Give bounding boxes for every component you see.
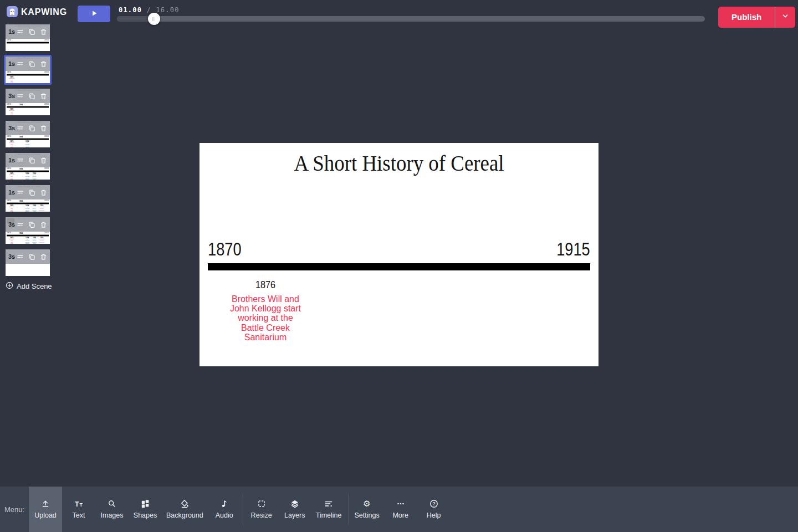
trash-icon[interactable]: [40, 189, 47, 196]
toolbar-item-label: Background: [166, 511, 203, 519]
duplicate-icon[interactable]: [28, 28, 35, 35]
trash-icon[interactable]: [40, 60, 47, 68]
svg-text:T: T: [75, 500, 79, 508]
publish-split-button: Publish: [718, 7, 795, 28]
play-icon: [91, 9, 98, 19]
toolbar-item-audio[interactable]: Audio: [208, 487, 241, 532]
canvas-slide[interactable]: A Short History of Cereal 1870 1915 1876…: [200, 143, 598, 366]
scene-thumbnail[interactable]: A Short History of Cereal 18701915 1876 …: [6, 185, 50, 212]
scene-thumbnail[interactable]: A Short History of Cereal 18701915 1876 …: [6, 121, 50, 147]
toolbar-item-label: Timeline: [316, 511, 342, 519]
scene-toolbar: 3s: [6, 217, 50, 232]
svg-text:T: T: [79, 502, 83, 508]
scene-toolbar: 1s: [6, 57, 50, 71]
duplicate-icon[interactable]: [28, 60, 35, 68]
chevron-down-icon: [781, 12, 789, 22]
timeline-year-end[interactable]: 1915: [556, 238, 590, 260]
scene-thumbnail[interactable]: A Short History of Cereal 18701915 1s: [6, 24, 50, 51]
trash-icon[interactable]: [40, 28, 47, 35]
total-time: 16.00: [156, 6, 179, 14]
event-text[interactable]: Brothers Will and John Kellogg start wor…: [219, 294, 311, 342]
timeline-bar[interactable]: [208, 263, 590, 270]
scene-toolbar: 3s: [6, 249, 50, 264]
trash-icon[interactable]: [40, 221, 47, 228]
toolbar-item-settings[interactable]: ⚙ Settings: [350, 487, 384, 532]
scene-thumbnail[interactable]: A Short History of Cereal 18701915 1876 …: [6, 57, 50, 83]
scene-thumbnail[interactable]: A Short History of Cereal 18701915 1876 …: [6, 89, 50, 115]
scene-toolbar: 1s: [6, 24, 50, 39]
toolbar-item-more[interactable]: More: [384, 487, 417, 532]
seek-bar[interactable]: [117, 16, 705, 22]
scene-lines-icon[interactable]: [17, 221, 24, 228]
trash-icon[interactable]: [40, 93, 47, 100]
publish-button[interactable]: Publish: [718, 7, 775, 28]
magnifier-icon: [108, 499, 116, 508]
duplicate-icon[interactable]: [28, 189, 35, 196]
toolbar-item-label: Help: [427, 511, 441, 519]
shapes-icon: [141, 499, 150, 508]
toolbar-item-label: More: [392, 511, 408, 519]
toolbar-item-images[interactable]: Images: [95, 487, 129, 532]
add-scene-label: Add Scene: [17, 282, 52, 290]
toolbar-item-upload[interactable]: Upload: [29, 487, 62, 532]
event-year-label[interactable]: 1876: [230, 279, 301, 291]
toolbar-item-text[interactable]: TT Text: [62, 487, 95, 532]
toolbar-item-help[interactable]: ? Help: [417, 487, 451, 532]
toolbar-divider: [243, 494, 243, 525]
scene-toolbar: 1s: [6, 153, 50, 167]
add-scene-button[interactable]: Add Scene: [6, 282, 55, 291]
scene-duration: 1s: [8, 28, 15, 35]
text-icon: TT: [74, 499, 84, 508]
scene-duration: 3s: [8, 221, 15, 228]
scene-duration: 3s: [8, 253, 15, 260]
music-note-icon: [220, 499, 229, 508]
toolbar-item-resize[interactable]: Resize: [245, 487, 278, 532]
publish-options-button[interactable]: [775, 7, 795, 28]
scene-lines-icon[interactable]: [17, 189, 24, 196]
kapwing-editor: KAPWING 01.00 / 16.00 Publish A Short Hi…: [0, 0, 798, 532]
ellipsis-icon: [396, 499, 405, 508]
duplicate-icon[interactable]: [28, 157, 35, 164]
toolbar-item-label: Settings: [355, 511, 380, 519]
svg-text:?: ?: [432, 501, 435, 507]
toolbar-item-label: Resize: [251, 511, 272, 519]
seek-handle[interactable]: [148, 13, 160, 25]
scene-duration: 3s: [8, 125, 15, 131]
timeline-icon: [324, 499, 333, 508]
scene-lines-icon[interactable]: [17, 93, 24, 100]
duplicate-icon[interactable]: [28, 125, 35, 132]
toolbar-item-timeline[interactable]: Timeline: [311, 487, 346, 532]
toolbar-item-background[interactable]: Background: [162, 487, 208, 532]
scene-thumbnail[interactable]: A Short History of Cereal 18701915 1876 …: [6, 217, 50, 244]
help-icon: ?: [429, 499, 438, 508]
scene-lines-icon[interactable]: [17, 157, 24, 164]
scene-lines-icon[interactable]: [17, 253, 24, 260]
toolbar-item-layers[interactable]: Layers: [278, 487, 311, 532]
scene-duration: 1s: [8, 157, 15, 163]
scene-lines-icon[interactable]: [17, 28, 24, 35]
timeline-year-start[interactable]: 1870: [208, 238, 242, 260]
kapwing-logo-icon[interactable]: [7, 6, 18, 17]
paint-bucket-icon: [180, 499, 189, 508]
brand-name: KAPWING: [21, 7, 67, 18]
scene-lines-icon[interactable]: [17, 125, 24, 132]
scene-duration: 1s: [8, 60, 15, 67]
duplicate-icon[interactable]: [28, 253, 35, 260]
scene-thumbnail[interactable]: A Short History of Cereal 18701915 1876 …: [6, 153, 50, 180]
time-separator: /: [147, 6, 151, 14]
scene-duration: 3s: [8, 93, 15, 99]
trash-icon[interactable]: [40, 157, 47, 164]
trash-icon[interactable]: [40, 125, 47, 132]
slide-title[interactable]: A Short History of Cereal: [219, 150, 579, 176]
scene-list: A Short History of Cereal 18701915 1s A …: [6, 24, 55, 291]
menu-label: Menu:: [4, 487, 24, 532]
toolbar-item-shapes[interactable]: Shapes: [129, 487, 162, 532]
trash-icon[interactable]: [40, 253, 47, 260]
play-button[interactable]: [78, 6, 110, 22]
time-display: 01.00 / 16.00: [119, 6, 180, 14]
scene-thumbnail[interactable]: 3s: [6, 249, 50, 276]
duplicate-icon[interactable]: [28, 93, 35, 100]
duplicate-icon[interactable]: [28, 221, 35, 228]
scene-lines-icon[interactable]: [17, 60, 24, 68]
current-time: 01.00: [119, 6, 142, 14]
